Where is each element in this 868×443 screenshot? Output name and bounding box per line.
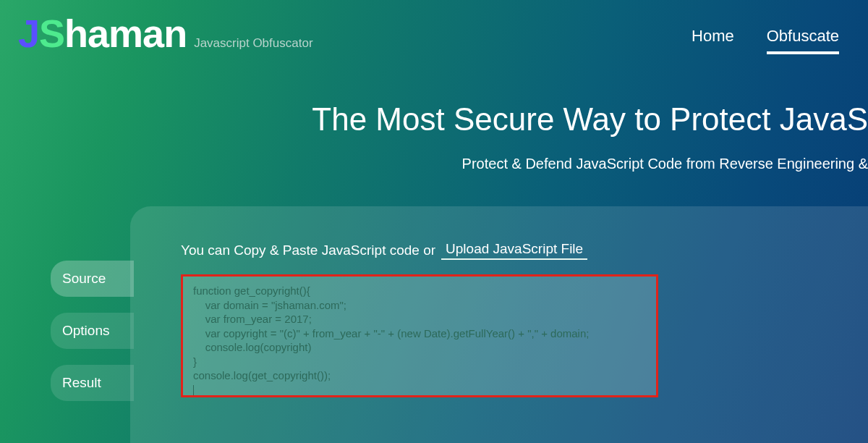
code-editor[interactable]: function get_copyright(){ var domain = "… [181, 274, 658, 397]
tab-options[interactable]: Options [51, 313, 134, 349]
header: JShaman Javascript Obfuscator Home Obfus… [0, 0, 868, 58]
hero: The Most Secure Way to Protect JavaS Pro… [145, 58, 868, 172]
upload-file-link[interactable]: Upload JavaScript File [441, 241, 587, 260]
hero-subtitle: Protect & Defend JavaScript Code from Re… [145, 156, 868, 172]
tab-result[interactable]: Result [51, 365, 134, 401]
top-nav: Home Obfuscate [692, 11, 839, 54]
left-tabs: Source Options Result [51, 261, 134, 401]
logo-letter-j: J [18, 11, 39, 56]
text-cursor [193, 385, 194, 397]
logo-area: JShaman Javascript Obfuscator [18, 11, 313, 58]
logo-tagline: Javascript Obfuscator [194, 36, 312, 58]
logo-rest: haman [64, 11, 187, 56]
panel-header: You can Copy & Paste JavaScript code or … [181, 241, 868, 260]
site-logo[interactable]: JShaman [18, 11, 187, 56]
panel-prompt-text: You can Copy & Paste JavaScript code or [181, 242, 435, 258]
nav-obfuscate[interactable]: Obfuscate [767, 27, 839, 54]
code-content: function get_copyright(){ var domain = "… [193, 284, 589, 381]
editor-panel: You can Copy & Paste JavaScript code or … [130, 206, 868, 443]
main-area: You can Copy & Paste JavaScript code or … [51, 206, 868, 443]
nav-home[interactable]: Home [692, 27, 734, 54]
logo-letter-s: S [39, 11, 64, 56]
tab-source[interactable]: Source [51, 261, 134, 297]
hero-title: The Most Secure Way to Protect JavaS [145, 101, 868, 138]
